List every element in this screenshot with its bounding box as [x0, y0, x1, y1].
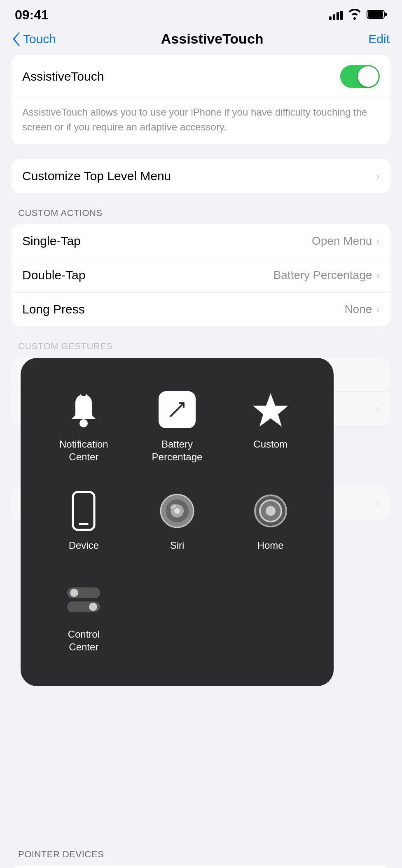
- popup-item-control-center[interactable]: ControlCenter: [37, 564, 131, 666]
- assistivetouch-description: AssistiveTouch allows you to use your iP…: [12, 98, 390, 144]
- assistivetouch-toggle-row[interactable]: AssistiveTouch: [12, 55, 390, 98]
- pointer-devices-section: POINTER DEVICES Devices ›: [0, 849, 402, 868]
- chevron-icon: ›: [376, 170, 380, 183]
- popup-grid: NotificationCenter Battery Percentage: [37, 374, 317, 666]
- svg-point-19: [70, 589, 78, 597]
- svg-point-17: [266, 506, 276, 516]
- single-tap-value: Open Menu: [312, 234, 372, 248]
- toggle-knob: [358, 66, 379, 87]
- double-tap-row[interactable]: Double-Tap Battery Percentage ›: [12, 258, 390, 292]
- long-press-row[interactable]: Long Press None ›: [12, 292, 390, 326]
- custom-gestures-label: CUSTOM GESTURES: [12, 341, 390, 352]
- customize-menu-label: Customize Top Level Menu: [22, 169, 171, 183]
- custom-actions-card: Single-Tap Open Menu › Double-Tap Batter…: [12, 224, 390, 326]
- toggle-icon: [63, 579, 104, 620]
- status-bar: 09:41: [0, 0, 402, 27]
- notification-center-label: NotificationCenter: [59, 438, 108, 463]
- custom-label: Custom: [253, 438, 287, 450]
- popup-item-home[interactable]: Home: [224, 476, 317, 564]
- pointer-devices-label: POINTER DEVICES: [12, 849, 390, 860]
- svg-rect-8: [77, 496, 90, 521]
- assistivetouch-popup: NotificationCenter Battery Percentage: [21, 358, 334, 686]
- status-time: 09:41: [15, 7, 49, 23]
- edit-button[interactable]: Edit: [368, 32, 390, 46]
- back-label: Touch: [23, 32, 56, 46]
- single-tap-row[interactable]: Single-Tap Open Menu ›: [12, 224, 390, 258]
- chevron-icon: ›: [376, 269, 380, 282]
- assistivetouch-label: AssistiveTouch: [22, 70, 104, 84]
- wifi-icon: [348, 9, 362, 21]
- control-center-label: ControlCenter: [68, 628, 100, 653]
- popup-item-siri[interactable]: Siri: [131, 476, 224, 564]
- svg-rect-1: [385, 13, 387, 16]
- star-icon: [250, 389, 291, 430]
- chevron-icon: ›: [376, 303, 380, 316]
- status-icons: [329, 9, 387, 21]
- svg-point-3: [79, 419, 88, 427]
- devices-row[interactable]: Devices ›: [12, 866, 390, 868]
- customize-card: Customize Top Level Menu ›: [12, 159, 390, 193]
- popup-item-custom[interactable]: Custom: [224, 374, 317, 476]
- svg-rect-2: [368, 11, 383, 18]
- nav-bar: Touch AssistiveTouch Edit: [0, 27, 402, 55]
- popup-item-notification-center[interactable]: NotificationCenter: [37, 374, 131, 476]
- siri-icon: [157, 490, 198, 531]
- svg-point-13: [174, 508, 180, 514]
- assistivetouch-section: AssistiveTouch AssistiveTouch allows you…: [0, 55, 402, 144]
- home-icon: [250, 490, 291, 531]
- customize-section: Customize Top Level Menu ›: [0, 159, 402, 193]
- chevron-icon: ›: [376, 402, 380, 415]
- home-label: Home: [257, 539, 284, 552]
- device-label: Device: [69, 539, 99, 552]
- page-title: AssistiveTouch: [161, 31, 264, 47]
- battery-icon: [367, 9, 387, 21]
- double-tap-value-group: Battery Percentage ›: [273, 269, 380, 282]
- single-tap-value-group: Open Menu ›: [312, 234, 380, 248]
- chevron-icon: ›: [376, 497, 380, 510]
- svg-marker-6: [253, 393, 288, 427]
- custom-actions-section: CUSTOM ACTIONS Single-Tap Open Menu › Do…: [0, 208, 402, 326]
- popup-item-device[interactable]: Device: [37, 476, 131, 564]
- long-press-label: Long Press: [22, 302, 85, 316]
- back-button[interactable]: Touch: [12, 32, 56, 46]
- signal-icon: [329, 11, 343, 20]
- battery-percentage-label: Battery Percentage: [139, 438, 216, 463]
- svg-point-21: [89, 603, 97, 611]
- chevron-icon: ›: [376, 235, 380, 248]
- custom-actions-label: CUSTOM ACTIONS: [12, 208, 390, 218]
- phone-icon: [63, 490, 104, 531]
- long-press-value: None: [344, 303, 372, 316]
- pointer-devices-card: Devices ›: [12, 866, 390, 868]
- assistivetouch-card: AssistiveTouch AssistiveTouch allows you…: [12, 55, 390, 144]
- double-tap-label: Double-Tap: [22, 268, 85, 282]
- double-tap-value: Battery Percentage: [273, 269, 372, 282]
- customize-menu-row[interactable]: Customize Top Level Menu ›: [12, 159, 390, 193]
- single-tap-label: Single-Tap: [22, 234, 81, 248]
- long-press-value-group: None ›: [344, 303, 380, 316]
- bell-icon: [63, 389, 104, 430]
- assistivetouch-toggle[interactable]: [340, 65, 380, 88]
- battery-percentage-icon: [157, 389, 198, 430]
- siri-label: Siri: [170, 539, 185, 552]
- popup-item-battery-percentage[interactable]: Battery Percentage: [131, 374, 224, 476]
